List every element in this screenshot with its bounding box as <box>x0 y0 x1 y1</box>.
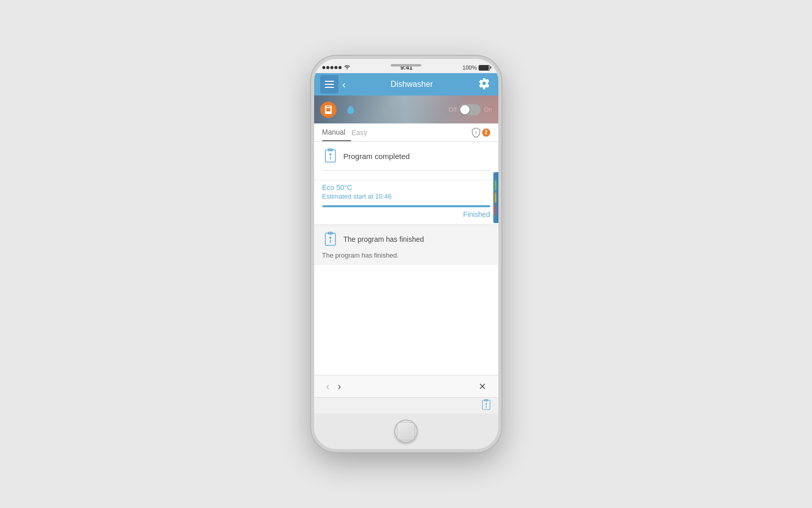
alert-count: 2 <box>482 129 490 137</box>
dishwasher-svg <box>323 105 333 115</box>
nav-forward-button[interactable]: › <box>333 378 345 394</box>
nav-title: Dishwasher <box>346 80 478 89</box>
hamburger-line-2 <box>325 84 334 85</box>
toggle-thumb <box>460 105 469 114</box>
side-panel-peek[interactable] <box>493 172 498 223</box>
home-button-inner <box>397 422 415 440</box>
home-button[interactable] <box>394 420 418 443</box>
svg-point-9 <box>485 403 487 404</box>
main-content: Program completed Eco 50°C Estimated sta… <box>314 142 498 375</box>
back-button[interactable]: ‹ <box>343 79 346 89</box>
phone-speaker <box>391 64 421 67</box>
eco-title: Eco 50°C <box>322 183 490 192</box>
water-icon[interactable] <box>345 104 357 116</box>
gear-icon <box>478 77 490 89</box>
clipboard-info-icon <box>322 148 339 164</box>
finished-label: Finished <box>322 210 490 218</box>
notification-body: The program has finished. <box>322 251 490 259</box>
phone-frame: 9:41 100% ‹ Dishwasher <box>311 56 501 452</box>
svg-text:!: ! <box>475 130 477 135</box>
svg-point-6 <box>329 237 331 239</box>
alert-badge[interactable]: ! 2 <box>471 128 490 138</box>
bottom-bar: ‹ › ✕ <box>314 375 498 397</box>
battery-fill <box>479 66 489 70</box>
signal-area <box>322 64 351 71</box>
eco-section: Eco 50°C Estimated start at 10:46 Finish… <box>314 180 498 225</box>
alert-icon: ! <box>471 128 481 138</box>
battery-icon <box>479 65 490 71</box>
notification-info-icon <box>322 231 339 247</box>
tab-manual[interactable]: Manual <box>322 123 352 141</box>
panel-line-1 <box>495 180 496 190</box>
tab-easy[interactable]: Easy <box>351 123 373 141</box>
hero-icons <box>320 102 357 118</box>
hamburger-line-1 <box>325 81 334 82</box>
hero-section: Off On <box>314 96 498 123</box>
program-title: Program completed <box>344 152 410 161</box>
info-bar-icon[interactable] <box>480 399 492 413</box>
nav-bar: ‹ Dishwasher <box>314 73 498 96</box>
dot-1 <box>322 66 325 69</box>
panel-line-2 <box>495 193 496 203</box>
signal-dots <box>322 66 342 69</box>
info-bar-svg <box>480 399 492 411</box>
power-toggle-switch[interactable] <box>459 104 481 115</box>
wifi-icon <box>344 64 351 71</box>
program-header: Program completed <box>322 148 490 164</box>
notification-header: The program has finished <box>322 231 490 247</box>
hamburger-line-3 <box>325 87 334 88</box>
dot-4 <box>334 66 337 69</box>
dot-5 <box>339 66 342 69</box>
dishwasher-icon[interactable] <box>320 102 336 118</box>
divider-1 <box>322 170 490 171</box>
home-button-area <box>314 414 498 449</box>
tabs-bar: Manual Easy ! 2 <box>314 123 498 142</box>
battery-area: 100% <box>462 65 490 71</box>
settings-button[interactable] <box>478 77 492 91</box>
notification-icon <box>322 231 339 247</box>
water-svg <box>346 105 356 115</box>
hamburger-button[interactable] <box>320 75 339 93</box>
nav-back-button[interactable]: ‹ <box>322 378 334 394</box>
dot-3 <box>330 66 333 69</box>
svg-point-3 <box>329 153 331 155</box>
svg-rect-1 <box>325 150 335 162</box>
progress-bar-fill <box>322 205 490 207</box>
info-bar <box>314 397 498 414</box>
program-section: Program completed <box>314 142 498 180</box>
panel-line-3 <box>495 205 496 215</box>
svg-rect-4 <box>325 233 335 245</box>
eco-subtitle: Estimated start at 10:46 <box>322 193 490 200</box>
notification-section: The program has finished The program has… <box>314 225 498 265</box>
program-info-icon <box>322 148 339 164</box>
progress-bar-container <box>322 205 490 207</box>
battery-percentage: 100% <box>462 65 477 71</box>
svg-rect-7 <box>482 400 490 409</box>
close-button[interactable]: ✕ <box>475 379 490 394</box>
dot-2 <box>326 66 329 69</box>
notification-title: The program has finished <box>344 235 424 243</box>
